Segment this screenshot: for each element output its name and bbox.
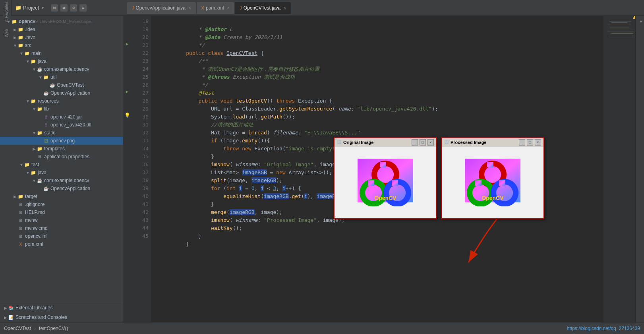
tree-label: static: [44, 130, 55, 136]
svg-rect-13: [392, 180, 398, 186]
code-line-18: * @Author L: [155, 17, 600, 25]
tree-item-test-app[interactable]: ▶ ☕ OpencvApplication: [0, 184, 123, 192]
tab-pom[interactable]: X pom.xml ×: [197, 2, 234, 14]
close-button[interactable]: ×: [427, 139, 434, 146]
processed-image-window[interactable]: 🖼 Processed Image _ □ ×: [441, 137, 544, 219]
close-button[interactable]: ×: [535, 139, 541, 146]
split-icon[interactable]: ⇄: [60, 4, 68, 12]
tree-label: pom.xml: [25, 241, 43, 247]
tab-close-icon[interactable]: ×: [227, 6, 229, 10]
status-url[interactable]: https://blog.csdn.net/qq_22136439: [567, 326, 640, 331]
gear-icon[interactable]: ⚙: [70, 4, 77, 12]
tree-detail: E:\JavaEE\SSM_Project\ope...: [35, 19, 95, 24]
svg-text:OpenCV: OpenCV: [374, 195, 396, 201]
line-numbers: 1819202122 2324252627 2829303132 3334353…: [131, 16, 151, 322]
tree-label: Scratches and Consoles: [15, 315, 67, 320]
java-file-icon: J: [132, 6, 134, 10]
tree-item-mvnw[interactable]: ▶ 🗎 mvnw: [0, 216, 123, 224]
gutter-33: [123, 135, 131, 143]
grid-icon[interactable]: ⊞: [51, 4, 58, 12]
tree-item-java[interactable]: ▼ 📁 java: [0, 57, 123, 65]
tree-item-opencvtest[interactable]: ▶ ☕ OpenCVTest: [0, 81, 123, 89]
tree-item-png[interactable]: ▶ 🖼 opencv.png: [0, 137, 123, 145]
folder-icon: 📁: [15, 5, 21, 11]
tree-item-jar[interactable]: ▶ 🗎 opencv-420.jar: [0, 113, 123, 121]
svg-rect-7: [611, 33, 633, 34]
svg-rect-2: [611, 22, 627, 23]
tree-item-appprops[interactable]: ▶ 🗎 application.properties: [0, 153, 123, 161]
minimize-button[interactable]: _: [412, 139, 418, 146]
tree-label: com.example.opencv: [44, 66, 89, 72]
svg-rect-5: [609, 29, 631, 29]
menu-icon[interactable]: ≡: [79, 4, 87, 12]
gutter-31: [123, 119, 131, 127]
tree-item-gitignore[interactable]: ▶ 🗎 .gitignore: [0, 200, 123, 208]
tree-item-mvn[interactable]: ▶ 📁 .mvn: [0, 33, 123, 41]
vtab-web[interactable]: Web: [3, 26, 12, 40]
tree-item-pom[interactable]: ▶ X pom.xml: [0, 240, 123, 248]
svg-rect-18: [499, 180, 505, 186]
tab-opencvapplication[interactable]: J OpencvApplication.java ×: [127, 2, 196, 14]
tree-label: OpencvApplication: [50, 90, 90, 96]
tree-item-opencv[interactable]: ▼ 📁 opencv E:\JavaEE\SSM_Project\ope...: [0, 17, 123, 25]
tree-item-mvnwcmd[interactable]: ▶ 🗎 mvnw.cmd: [0, 224, 123, 232]
chevron-icon: ▼: [41, 6, 44, 10]
svg-rect-3: [607, 25, 631, 25]
original-image-window[interactable]: 🖼 Original Image _ □ ×: [334, 137, 437, 219]
svg-rect-6: [607, 31, 633, 31]
tree-item-src[interactable]: ▼ 📁 src: [0, 41, 123, 49]
tree-label: java: [38, 170, 46, 175]
tree-item-test[interactable]: ▼ 📁 test: [0, 161, 123, 169]
tree-label: opencv_java420.dll: [50, 122, 91, 128]
java-file-icon: J: [240, 6, 242, 10]
tree-label: opencv: [19, 19, 35, 24]
gutter-29: [123, 103, 131, 111]
window-icon: 🖼: [444, 140, 449, 145]
tree-label: opencv-420.jar: [50, 114, 82, 120]
tab-opencvtest[interactable]: J OpenCVTest.java ×: [235, 2, 291, 14]
tab-close-icon[interactable]: ×: [284, 6, 286, 10]
tree-item-external-libraries[interactable]: ▶ 📚 External Libraries: [0, 303, 123, 313]
gutter-30[interactable]: 💡: [123, 111, 131, 119]
maximize-button[interactable]: □: [420, 139, 426, 146]
tree-label: mvnw.cmd: [25, 225, 48, 231]
tree-label: lib: [44, 106, 49, 112]
tree-label: opencv.png: [50, 138, 75, 144]
tree-item-dll[interactable]: ▶ 🗎 opencv_java420.dll: [0, 121, 123, 129]
tree-item-main[interactable]: ▼ 📁 main: [0, 49, 123, 57]
fav-item-1[interactable]: ★: [636, 16, 644, 27]
gutter-27[interactable]: ▶: [123, 87, 131, 95]
tree-item-test-java[interactable]: ▼ 📁 java: [0, 169, 123, 177]
tree-item-static[interactable]: ▼ 📁 static: [0, 129, 123, 137]
tree-item-opencvapp[interactable]: ▶ ☕ OpencvApplication: [0, 89, 123, 97]
gutter-44: [123, 223, 131, 231]
gutter-21[interactable]: ▶: [123, 40, 131, 48]
tree-label: util: [50, 74, 56, 80]
tree-item-idea[interactable]: ▶ 📁 .idea: [0, 25, 123, 33]
tree-item-target[interactable]: ▶ 📁 target: [0, 192, 123, 200]
tree-item-com-example[interactable]: ▼ ☕ com.example.opencv: [0, 65, 123, 73]
original-image-title: Original Image: [343, 140, 410, 145]
tree-label: application.properties: [44, 154, 89, 159]
tree-item-test-com[interactable]: ▼ ☕ com.example.opencv: [0, 177, 123, 184]
tree-item-iml[interactable]: ▶ 🗎 opencv.iml: [0, 232, 123, 240]
tree-label: .mvn: [25, 35, 35, 40]
tree-item-scratches[interactable]: ▶ 📝 Scratches and Consoles: [0, 313, 123, 322]
top-bar: 1: Project 2: Favorites Web 📁 Project ▼ …: [0, 0, 644, 16]
svg-rect-8: [609, 36, 633, 36]
tree-item-util[interactable]: ▼ 📁 util: [0, 73, 123, 81]
original-image-titlebar: 🖼 Original Image _ □ ×: [335, 138, 436, 147]
minimap[interactable]: [603, 16, 635, 322]
tree-item-templates[interactable]: ▶ 📁 templates: [0, 145, 123, 153]
breadcrumb-method: testOpenCV(): [39, 326, 68, 331]
tree-item-resources[interactable]: ▼ 📁 resources: [0, 97, 123, 105]
tree-item-helpmd[interactable]: ▶ 🗎 HELP.md: [0, 208, 123, 216]
tab-close-icon[interactable]: ×: [189, 6, 191, 10]
vtab-favorites[interactable]: 2: Favorites: [3, 0, 12, 26]
maximize-button[interactable]: □: [527, 139, 533, 146]
gutter-area: ▶ ▶ 💡: [123, 16, 131, 322]
code-line-21: public class OpenCVTest {: [155, 41, 600, 49]
gutter-28: [123, 95, 131, 103]
minimize-button[interactable]: _: [519, 139, 525, 146]
tree-item-lib[interactable]: ▼ 📁 lib: [0, 105, 123, 113]
